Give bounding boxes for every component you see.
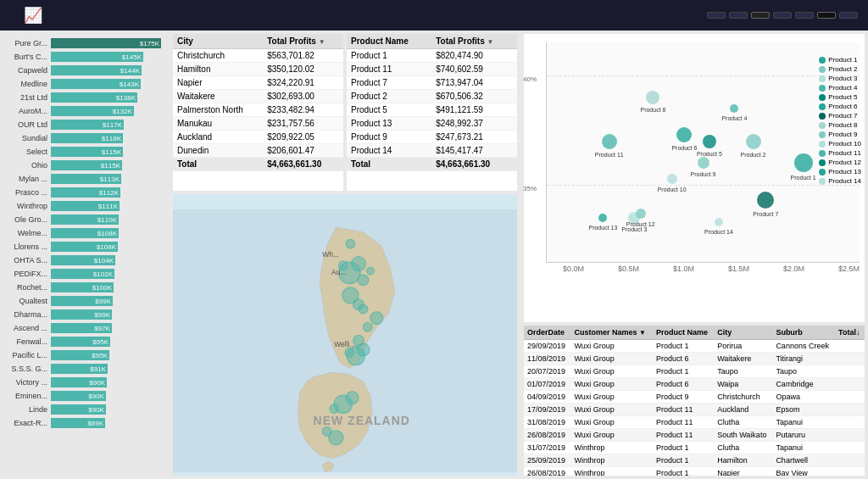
bar-fill: $90K [51,377,107,387]
legend-label: Product 6 [828,103,857,110]
bar-value: $89K [87,420,103,427]
bar-container: $175K [51,38,164,48]
legend-dot [819,159,826,166]
bar-value: $90K [88,393,104,400]
bar-container: $91K [51,364,164,374]
bar-row: Sundial $116K [5,132,164,144]
bar-value: $111K [98,203,118,210]
scatter-bubble-label: Product 13 [588,225,617,231]
x-tick-05: $0.5M [618,265,639,273]
bar-row: Pacific L... $95K [5,349,164,361]
table-cell [835,365,865,378]
legend-dot [819,178,826,185]
scatter-bubble-label: Product 11 [595,151,624,157]
legend-label: Product 2 [828,65,857,73]
table-cell: Wuxi Group [570,416,653,429]
bar-value: $112K [99,189,119,197]
table-cell: Opawa [772,391,835,404]
scatter-bubble-label: Product 10 [658,186,687,192]
scatter-bubble [676,127,692,142]
table-row: 04/09/2019Wuxi GroupProduct 9Christchurc… [524,391,865,404]
legend-label: Product 7 [828,112,857,120]
table-cell [835,378,865,391]
bar-fill: $145K [51,52,143,62]
table-cell: Wuxi Group [570,353,653,365]
table-cell [835,416,865,429]
legend-label: Product 1 [828,56,857,64]
legend-item: Product 10 [819,140,861,148]
q4-button[interactable] [839,12,858,19]
bar-value: $99K [94,311,110,319]
bar-fill: $104K [51,255,115,265]
svg-point-11 [346,392,359,404]
bar-fill: $89K [51,418,105,428]
bar-label: Ohio [5,161,51,170]
q2-button[interactable] [795,12,814,19]
table-cell: Waitakere [714,353,772,365]
bar-container: $143K [51,79,164,89]
table-cell: South Waikato [714,429,772,442]
table-row: Manukau$231,757.56 [173,117,343,131]
legend-item: Product 1 [819,56,861,64]
legend-dot [819,57,826,64]
bar-value: $145K [122,53,142,61]
profit-cell: $302,693.00 [263,90,343,103]
profit-cell: $206,601.47 [263,144,343,158]
table-cell: Wuxi Group [570,391,653,404]
legend-item: Product 4 [819,84,861,92]
bar-row: Eminen... $90K [5,390,164,402]
bar-label: Fenwal... [5,337,51,346]
table-cell: 31/07/2019 [524,442,570,454]
product-cell: Product 7 [347,76,431,90]
q3-button[interactable] [817,12,836,19]
bar-value: $104K [94,257,114,265]
scatter-bubble [715,218,723,226]
profit-cell: $231,757.56 [263,117,343,131]
bar-row: Ascend ... $97K [5,322,164,334]
legend-item: Product 6 [819,103,861,110]
table-cell: Chartwell [772,454,835,467]
bar-container: $102K [51,269,164,279]
profit-cell: $209,922.05 [263,131,343,144]
year-2017-button[interactable] [707,12,726,19]
table-cell: Taupo [714,365,772,378]
x-tick-0: $0.0M [563,265,584,273]
bar-value: $110K [97,216,117,224]
legend-items: Product 1Product 2Product 3Product 4Prod… [819,56,861,185]
table-cell: Product 6 [653,378,714,391]
profit-cell: $324,220.91 [263,76,343,90]
city-cell: Waitakere [173,90,263,103]
legend-dot [819,75,826,82]
svg-point-14 [322,426,331,436]
city-col-header: City [173,34,263,49]
legend-item: Product 3 [819,75,861,82]
table-cell [835,340,865,353]
year-2018-button[interactable] [729,12,748,19]
q1-button[interactable] [773,12,792,19]
table-cell: 04/09/2019 [524,391,570,404]
table-cell: Product 1 [653,365,714,378]
scatter-bubble-label: Product 4 [721,114,747,120]
table-cell: Waipa [714,378,772,391]
svg-point-2 [358,275,369,286]
svg-point-4 [367,267,375,275]
bar-label: PEDiFX... [5,270,51,278]
legend-label: Product 11 [828,149,861,157]
bar-container: $97K [51,323,164,333]
x-tick-15: $1.5M [728,265,749,273]
table-cell: Clutha [714,442,772,454]
bar-row: Linde $90K [5,404,164,415]
year-quarter-controls [707,12,858,19]
table-cell: Product 11 [653,404,714,416]
legend-dot [819,85,826,92]
table-cell [835,442,865,454]
bar-container: $138K [51,92,164,103]
bar-value: $100K [92,284,112,292]
bar-fill: $100K [51,282,114,292]
bar-fill: $95K [51,350,109,360]
bar-row: S.S.S. G... $91K [5,363,164,375]
legend-dot [819,113,826,120]
year-2019-button[interactable] [751,12,770,19]
bar-row: Llorens ... $108K [5,241,164,253]
table-cell: Christchurch [714,391,772,404]
